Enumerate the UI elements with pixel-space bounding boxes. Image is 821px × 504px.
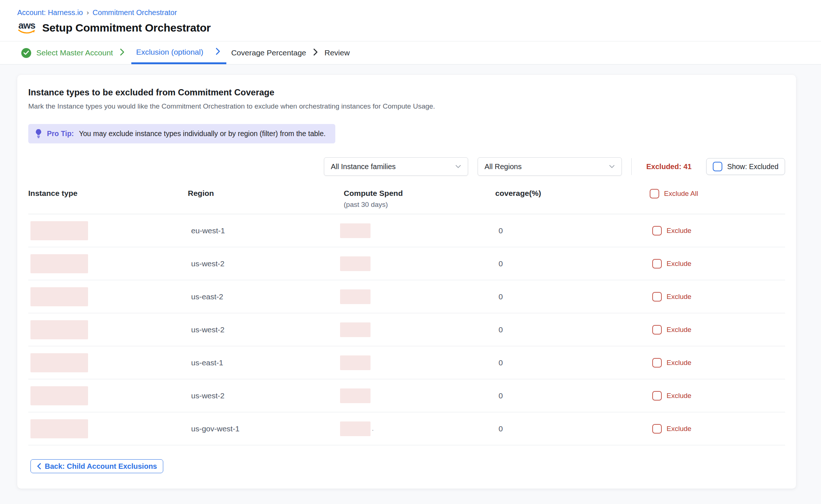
region-cell: us-west-2 bbox=[191, 391, 225, 400]
exclude-label[interactable]: Exclude bbox=[667, 260, 692, 268]
col-compute-spend: Compute Spend bbox=[344, 189, 403, 197]
chevron-right-icon bbox=[312, 48, 319, 58]
step-exclusion-optional[interactable]: Exclusion (optional) bbox=[131, 41, 226, 64]
show-excluded-checkbox[interactable] bbox=[713, 162, 722, 171]
show-excluded-toggle[interactable]: Show: Excluded bbox=[706, 158, 785, 175]
exclude-checkbox[interactable] bbox=[652, 292, 662, 302]
exclude-checkbox[interactable] bbox=[652, 424, 662, 434]
redacted-compute-spend bbox=[340, 289, 371, 304]
table-row: us-gov-west-1 . 0 Exclude bbox=[28, 412, 785, 445]
filter-row: All Instance families All Regions Exclud… bbox=[28, 157, 785, 176]
panel-heading: Instance types to be excluded from Commi… bbox=[28, 87, 785, 98]
regions-dropdown[interactable]: All Regions bbox=[478, 157, 622, 176]
redacted-instance-type bbox=[30, 287, 88, 306]
coverage-cell: 0 bbox=[499, 259, 503, 268]
panel-description: Mark the Instance types you would like t… bbox=[28, 102, 785, 110]
redaction-artifact: . bbox=[372, 426, 373, 432]
redacted-instance-type bbox=[30, 419, 88, 438]
redacted-compute-spend bbox=[340, 421, 371, 436]
exclude-checkbox[interactable] bbox=[652, 259, 662, 269]
exclude-label[interactable]: Exclude bbox=[667, 359, 692, 367]
exclude-label[interactable]: Exclude bbox=[667, 326, 692, 334]
region-cell: us-gov-west-1 bbox=[191, 424, 240, 433]
col-compute-spend-sub: (past 30 days) bbox=[344, 201, 403, 209]
aws-smile-icon bbox=[18, 29, 36, 34]
region-cell: us-west-2 bbox=[191, 325, 225, 334]
breadcrumb-current-link[interactable]: Commitment Orchestrator bbox=[92, 8, 177, 17]
coverage-cell: 0 bbox=[499, 292, 503, 301]
table-row: us-west-2 0 Exclude bbox=[28, 379, 785, 412]
vertical-divider bbox=[631, 158, 632, 175]
region-cell: us-east-1 bbox=[191, 358, 223, 367]
lightbulb-icon bbox=[35, 129, 42, 139]
col-region: Region bbox=[188, 189, 214, 197]
exclude-checkbox[interactable] bbox=[652, 226, 662, 235]
breadcrumb: Account: Harness.io › Commitment Orchest… bbox=[17, 8, 821, 17]
redacted-instance-type bbox=[30, 221, 88, 240]
aws-logo: aws bbox=[17, 21, 36, 34]
pro-tip-banner: Pro Tip: You may exclude instance types … bbox=[28, 124, 335, 143]
exclude-checkbox[interactable] bbox=[652, 358, 662, 368]
chevron-right-icon bbox=[214, 47, 222, 57]
table-row: us-east-2 0 Exclude bbox=[28, 280, 785, 313]
chevron-right-icon bbox=[118, 48, 126, 58]
exclude-label[interactable]: Exclude bbox=[667, 293, 692, 301]
region-cell: us-west-2 bbox=[191, 259, 225, 268]
table-row: us-east-1 0 Exclude bbox=[28, 346, 785, 379]
region-cell: eu-west-1 bbox=[191, 226, 225, 235]
instance-exclusion-table: Instance type Region Compute Spend (past… bbox=[28, 189, 785, 445]
coverage-cell: 0 bbox=[499, 325, 503, 334]
coverage-cell: 0 bbox=[499, 358, 503, 367]
redacted-instance-type bbox=[30, 320, 88, 339]
pro-tip-label: Pro Tip: bbox=[47, 129, 74, 138]
redacted-compute-spend bbox=[340, 355, 371, 370]
redacted-compute-spend bbox=[340, 256, 371, 271]
table-row: eu-west-1 0 Exclude bbox=[28, 214, 785, 247]
chevron-left-icon bbox=[37, 463, 41, 470]
show-excluded-label: Show: Excluded bbox=[727, 162, 778, 171]
step-review[interactable]: Review bbox=[325, 41, 350, 64]
redacted-compute-spend bbox=[340, 388, 371, 403]
pro-tip-text: You may exclude instance types individua… bbox=[79, 129, 325, 138]
exclusion-panel: Instance types to be excluded from Commi… bbox=[17, 75, 796, 489]
chevron-down-icon bbox=[455, 165, 461, 168]
step-select-master-account[interactable]: Select Master Account bbox=[21, 41, 113, 64]
exclude-all-checkbox[interactable] bbox=[650, 189, 659, 198]
exclude-label[interactable]: Exclude bbox=[667, 227, 692, 235]
excluded-count-badge: Excluded: 41 bbox=[646, 162, 692, 171]
redacted-instance-type bbox=[30, 254, 88, 273]
redacted-compute-spend bbox=[340, 322, 371, 337]
exclude-label[interactable]: Exclude bbox=[667, 392, 692, 400]
page-header: Account: Harness.io › Commitment Orchest… bbox=[0, 0, 821, 41]
coverage-cell: 0 bbox=[499, 424, 503, 433]
exclude-label[interactable]: Exclude bbox=[667, 425, 692, 433]
breadcrumb-account-link[interactable]: Account: Harness.io bbox=[17, 8, 83, 17]
region-cell: us-east-2 bbox=[191, 292, 223, 301]
exclude-checkbox[interactable] bbox=[652, 325, 662, 335]
setup-stepper: Select Master Account Exclusion (optiona… bbox=[0, 41, 821, 65]
page-title: Setup Commitment Orchestrator bbox=[42, 22, 211, 34]
instance-families-dropdown[interactable]: All Instance families bbox=[324, 157, 468, 176]
coverage-cell: 0 bbox=[499, 391, 503, 400]
step-completed-check-icon bbox=[21, 48, 31, 58]
redacted-instance-type bbox=[30, 353, 88, 372]
redacted-instance-type bbox=[30, 386, 88, 405]
exclude-all-label[interactable]: Exclude All bbox=[664, 190, 698, 198]
col-instance-type: Instance type bbox=[28, 189, 77, 197]
coverage-cell: 0 bbox=[499, 226, 503, 235]
back-child-account-exclusions-button[interactable]: Back: Child Account Exclusions bbox=[30, 459, 163, 473]
chevron-down-icon bbox=[609, 165, 615, 168]
redacted-compute-spend bbox=[340, 223, 371, 238]
table-row: us-west-2 0 Exclude bbox=[28, 313, 785, 346]
table-header-row: Instance type Region Compute Spend (past… bbox=[28, 189, 785, 214]
breadcrumb-separator-icon: › bbox=[87, 8, 89, 17]
col-coverage: coverage(%) bbox=[495, 189, 541, 197]
step-coverage-percentage[interactable]: Coverage Percentage bbox=[231, 41, 306, 64]
table-row: us-west-2 0 Exclude bbox=[28, 247, 785, 280]
exclude-checkbox[interactable] bbox=[652, 391, 662, 401]
